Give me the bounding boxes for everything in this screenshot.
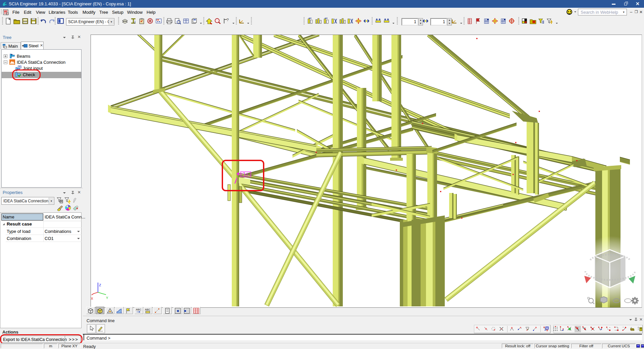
svg-text:Y: Y: [106, 296, 108, 300]
svg-text:ABC: ABC: [145, 308, 150, 311]
svg-text:X: X: [91, 297, 93, 301]
svg-text:J: J: [134, 20, 136, 24]
svg-text:ABC: ABC: [136, 308, 141, 311]
svg-text:Z: Z: [99, 283, 101, 287]
svg-text:?: ?: [227, 18, 229, 22]
